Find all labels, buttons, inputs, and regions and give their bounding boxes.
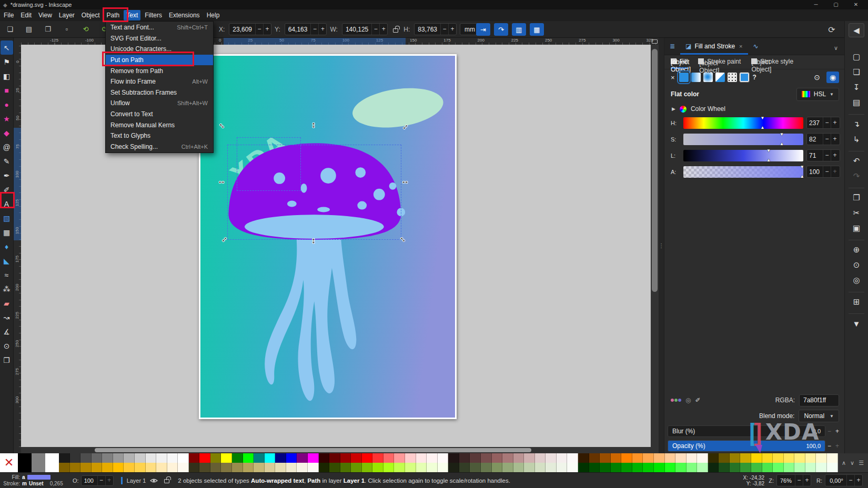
palette-swatch[interactable] [265,463,276,472]
spiral-tool[interactable]: @ [1,140,13,154]
palette-swatch[interactable] [113,453,124,463]
vertical-ruler[interactable]: 0255075100125150175200225250275300 [14,45,21,447]
palette-swatch[interactable] [32,453,45,472]
palette-swatch[interactable] [167,453,178,463]
palette-swatch[interactable] [70,463,81,472]
palette-swatch[interactable] [80,463,92,472]
color-space-dropdown[interactable]: HSL ▼ [796,88,839,101]
select-all-layers-icon[interactable]: ▤ [23,23,35,35]
close-button[interactable]: ✕ [846,0,866,9]
fill-color-swatch[interactable] [27,475,51,480]
scale-handle-s[interactable]: ↕ [309,236,318,244]
fill-stroke-indicator[interactable]: Fill: a Stroke: m Unset 0,265 [0,474,68,487]
palette-swatch[interactable] [221,453,232,463]
tab-node-editor[interactable]: ∿ [748,39,764,55]
horizontal-scrollbar-thumb[interactable] [95,448,531,452]
palette-swatch[interactable] [372,463,383,472]
palette-swatch[interactable] [643,453,654,463]
calligraphy-tool[interactable]: ✐ [1,182,13,197]
palette-swatch[interactable] [459,463,470,472]
palette-swatch[interactable] [383,453,395,463]
deselect-icon[interactable]: ❐ [42,23,54,35]
shape-builder-tool[interactable]: ◧ [1,69,13,83]
palette-swatch[interactable] [92,463,103,472]
fill-rule-evenodd-button[interactable]: ⊙ [811,72,823,83]
panel-chevron-down-icon[interactable]: ∨ [827,42,844,55]
export-button[interactable]: ↳ [849,131,864,147]
Set Subtraction Frames[interactable]: Set Subtraction Frames [106,87,213,98]
h-value[interactable]: 83,763 [415,26,440,33]
palette-swatch[interactable] [827,463,838,472]
Unicode Characters...[interactable]: Unicode Characters... [106,44,213,55]
Edit[interactable]: Edit [18,10,34,21]
palette-swatch[interactable] [567,453,578,463]
rotate-ccw-icon[interactable]: ⟲ [80,23,92,35]
eraser-tool[interactable]: ▰ [1,296,13,310]
y-value[interactable]: 64,163 [285,26,311,33]
x-minus-button[interactable]: − [255,24,263,35]
palette-swatch[interactable] [459,453,470,463]
slider-spinbox[interactable]: 237 − + [806,117,840,129]
palette-swatch[interactable] [730,453,741,463]
zoom-drawing-button[interactable]: ⊙ [849,257,864,272]
palette-swatch[interactable] [773,453,784,463]
scale-handle-n[interactable]: ↕ [309,120,318,128]
palette-swatch[interactable] [751,463,762,472]
palette-swatch[interactable] [762,453,773,463]
palette-swatch[interactable] [297,453,308,463]
w-plus-button[interactable]: + [379,24,387,35]
palette-swatch[interactable] [102,453,113,463]
box3d-tool[interactable]: ◆ [1,126,13,140]
palette-swatch[interactable] [405,453,416,463]
panel-resize-handle[interactable]: ⋮ [659,38,664,453]
palette-swatch[interactable] [92,453,103,463]
palette-swatch[interactable] [513,463,524,472]
open-document-button[interactable]: ❏ [849,64,864,79]
selector-tool[interactable]: ↖ [1,40,13,55]
y-minus-button[interactable]: − [310,24,318,35]
palette-swatch[interactable] [708,463,719,472]
fill-linear-gradient-button[interactable] [691,73,701,82]
slider-marker[interactable]: ▲ [761,126,765,129]
palette-swatch[interactable] [319,453,330,463]
paint-bucket-tool[interactable]: ◣ [1,253,13,268]
slider-spinbox[interactable]: 71 − + [806,149,840,161]
palette-swatch[interactable] [448,453,459,463]
zoom-minus-button[interactable]: − [795,475,803,486]
palette-swatch[interactable] [665,453,676,463]
palette-swatch[interactable] [481,453,492,463]
palette-swatch[interactable] [416,463,427,472]
pencil-tool[interactable]: ✎ [1,154,13,168]
Help[interactable]: Help [204,10,223,21]
object-opacity-value[interactable]: 100 [82,477,97,484]
slider-marker[interactable]: ▼ [780,133,784,136]
selection-box-icon[interactable]: ▫ [61,23,73,35]
collapse-right-panel-button[interactable]: ◀ [849,23,864,37]
display-mode-icon[interactable] [651,38,659,45]
palette-swatch[interactable] [329,463,340,472]
slider-spinbox[interactable]: 100 − + [806,166,840,178]
palette-swatch[interactable] [362,453,373,463]
palette-swatch[interactable] [687,453,698,463]
palette-swatch[interactable] [189,463,200,472]
connector-tool[interactable]: ↝ [1,310,13,324]
fill-mesh-button[interactable] [728,73,737,82]
palette-swatch[interactable] [427,463,438,472]
palette-swatch[interactable] [611,453,622,463]
slider-value[interactable]: 237 [807,119,823,127]
slider-plus-button[interactable]: + [831,150,839,161]
opacity-minus-button[interactable]: − [825,442,833,450]
palette-swatch[interactable] [102,463,113,472]
palette-swatch[interactable] [265,453,276,463]
palette-swatch[interactable] [687,463,698,472]
Flow into Frame[interactable]: Flow into Frame Alt+W [106,76,213,87]
palette-swatch[interactable] [816,453,827,463]
fill-radial-gradient-button[interactable] [703,73,713,82]
fill-rule-nonzero-button[interactable]: ◉ [826,72,839,83]
h-field[interactable]: 83,763 − + [414,23,457,35]
vertical-scrollbar-thumb[interactable] [652,49,658,292]
spray-tool[interactable]: ⁂ [1,282,13,296]
opacity-plus-button[interactable]: + [105,475,113,486]
new-document-button[interactable]: ▢ [849,49,864,64]
Extensions[interactable]: Extensions [166,10,203,21]
